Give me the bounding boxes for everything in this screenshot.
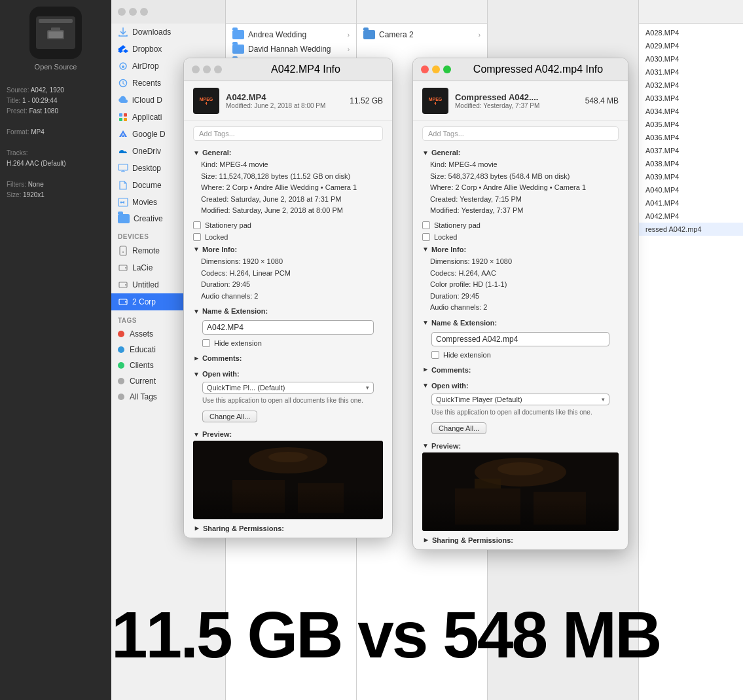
sidebar-item-dropbox[interactable]: Dropbox [111, 41, 225, 58]
sidebar-item-label-dropbox: Dropbox [132, 45, 162, 54]
mp4-item-a029[interactable]: A029.MP4 [639, 39, 743, 52]
finder-item-david-wedding[interactable]: David Hannah Wedding › [226, 42, 356, 56]
info-file-header-2: MPEG 4 Compressed A042.... Modified: Yes… [413, 81, 628, 121]
app-selector-2[interactable]: QuickTime Player (Default) ▾ [431, 394, 609, 405]
svg-rect-10 [118, 164, 128, 170]
wc-1 [118, 8, 126, 16]
mp4-item-a035[interactable]: A035.MP4 [639, 118, 743, 131]
folder-icon-david [232, 45, 244, 54]
mp4-item-a032[interactable]: A032.MP4 [639, 79, 743, 92]
hide-ext-checkbox-2[interactable] [431, 351, 439, 359]
general-header-2[interactable]: ▼ General: [422, 146, 619, 159]
locked-checkbox-1[interactable] [193, 233, 201, 241]
chevron-right-andrea: › [348, 31, 350, 39]
app-icon [29, 7, 82, 59]
triangle-comments-2: ▼ [422, 367, 429, 373]
size-label: Size: [7, 191, 21, 198]
mp4-item-a033[interactable]: A033.MP4 [639, 92, 743, 105]
window-controls [118, 8, 148, 16]
folder-icon-andrea [232, 30, 244, 39]
mp4-item-compressed[interactable]: ressed A042.mp4 [639, 223, 743, 236]
mp4-item-a031[interactable]: A031.MP4 [639, 65, 743, 79]
sidebar-item-label-assets: Assets [130, 329, 153, 339]
general-label-2: General: [431, 149, 461, 157]
mp4-item-a040[interactable]: A040.MP4 [639, 183, 743, 196]
triangle-open-1: ▼ [193, 371, 200, 378]
stationery-checkbox-1[interactable] [193, 221, 201, 229]
sidebar-item-label-untitled: Untitled [132, 280, 159, 289]
mp4-item-a037[interactable]: A037.MP4 [639, 144, 743, 157]
app-name-2: QuickTime Player (Default) [436, 396, 522, 403]
open-with-header-2[interactable]: ▼ Open with: [422, 379, 619, 392]
mp4-item-a034[interactable]: A034.MP4 [639, 105, 743, 118]
sharing-header-1[interactable]: ▼ Sharing & Permissions: [193, 525, 383, 532]
hide-ext-row-1: Hide extension [193, 337, 383, 349]
size-value: 1920x1 [23, 191, 45, 198]
chevron-right-camera2: › [479, 31, 480, 39]
stationery-checkbox-2[interactable] [422, 221, 430, 229]
general-section-2: ▼ General: Kind: MPEG-4 movie Size: 548,… [413, 146, 628, 219]
mp4-label-a036: A036.MP4 [645, 134, 679, 141]
tl-min-2[interactable] [432, 65, 440, 73]
name-ext-field-1[interactable]: A042.MP4 [202, 320, 374, 335]
general-label-1: General: [202, 149, 232, 157]
name-ext-value-2: Compressed A042.mp4 [436, 335, 518, 344]
app-description-2: Use this application to open all documen… [422, 407, 619, 420]
mp4-label-a042: A042.MP4 [645, 212, 679, 220]
mp4-item-a042[interactable]: A042.MP4 [639, 210, 743, 223]
more-info-header-2[interactable]: ▼ More Info: [422, 243, 619, 256]
mp4-label-a032: A032.MP4 [645, 81, 679, 89]
svg-rect-31 [475, 479, 501, 488]
info-window-2: Compressed A042.mp4 Info MPEG 4 Compress… [412, 58, 628, 550]
svg-rect-13 [120, 246, 126, 255]
preview-header-1[interactable]: ▼ Preview: [193, 428, 383, 441]
tags-input-2[interactable]: Add Tags... [422, 126, 619, 141]
chevron-right-david: › [348, 46, 350, 53]
tl-close-2[interactable] [421, 65, 429, 73]
sharing-section-1: ▼ Sharing & Permissions: [184, 522, 392, 538]
locked-checkbox-2[interactable] [422, 233, 430, 241]
comments-section-1: ▼ Comments: [184, 352, 392, 367]
mp4-item-a038[interactable]: A038.MP4 [639, 157, 743, 170]
mp4-item-a039[interactable]: A039.MP4 [639, 170, 743, 183]
comments-header-2[interactable]: ▼ Comments: [422, 363, 619, 377]
mp4-item-a036[interactable]: A036.MP4 [639, 131, 743, 144]
change-all-btn-2[interactable]: Change All... [431, 422, 486, 434]
change-all-btn-1[interactable]: Change All... [202, 411, 257, 422]
name-ext-header-1[interactable]: ▼ Name & Extension: [193, 304, 383, 318]
svg-point-4 [122, 65, 124, 68]
app-selector-1[interactable]: QuickTime Pl... (Default) ▾ [202, 382, 374, 394]
tl-grey-1 [192, 65, 200, 73]
svg-rect-23 [232, 480, 285, 513]
name-ext-field-2[interactable]: Compressed A042.mp4 [431, 332, 609, 346]
general-size-2: Size: 548,372,483 bytes (548.4 MB on dis… [422, 171, 619, 183]
hide-ext-checkbox-1[interactable] [202, 339, 210, 347]
sidebar-item-downloads[interactable]: Downloads [111, 24, 225, 41]
info-file-header-1: MPEG 4 A042.MP4 Modified: June 2, 2018 a… [184, 81, 392, 121]
preview-header-2[interactable]: ▼ Preview: [422, 439, 619, 452]
tl-max-2[interactable] [443, 65, 451, 73]
sidebar-item-label-downloads: Downloads [132, 28, 171, 37]
tags-input-1[interactable]: Add Tags... [193, 126, 383, 141]
duration-2: Duration: 29:45 [422, 291, 619, 303]
svg-rect-2 [48, 31, 63, 38]
general-header-1[interactable]: ▼ General: [193, 146, 383, 159]
mp4-item-a028[interactable]: A028.MP4 [639, 26, 743, 39]
mp4-item-a030[interactable]: A030.MP4 [639, 52, 743, 65]
finder-item-camera2[interactable]: Camera 2 › [357, 28, 487, 42]
sidebar-item-label-education: Educati [130, 345, 156, 354]
info-filename-1: A042.MP4 [226, 92, 325, 102]
mp4-item-a041[interactable]: A041.MP4 [639, 196, 743, 210]
mp4-label-a041: A041.MP4 [645, 199, 679, 207]
audio-channels-1: Audio channels: 2 [193, 291, 383, 303]
info-filesize-2: 548.4 MB [585, 96, 619, 105]
tags-placeholder-1: Add Tags... [199, 130, 235, 138]
name-ext-header-2[interactable]: ▼ Name & Extension: [422, 316, 619, 329]
comments-header-1[interactable]: ▼ Comments: [193, 352, 383, 365]
finder-item-andrea-wedding[interactable]: Andrea Wedding › [226, 28, 356, 42]
more-info-header-1[interactable]: ▼ More Info: [193, 243, 383, 256]
sharing-header-2[interactable]: ▼ Sharing & Permissions: [422, 536, 619, 544]
more-info-label-2: More Info: [431, 246, 466, 253]
open-with-header-1[interactable]: ▼ Open with: [193, 367, 383, 380]
locked-row-2: Locked [413, 231, 628, 243]
